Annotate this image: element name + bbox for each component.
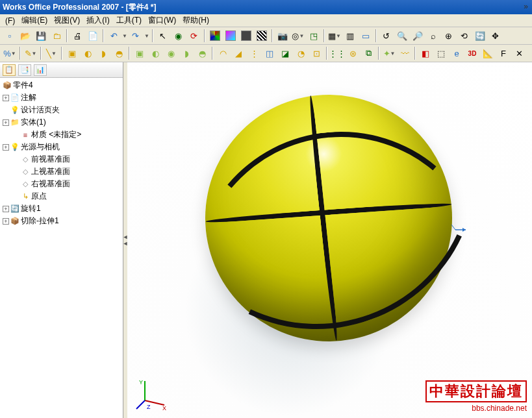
revolve-button[interactable]: ◐ xyxy=(81,46,95,60)
color-button[interactable] xyxy=(223,29,238,43)
orbit-button[interactable]: ↺ xyxy=(379,29,394,43)
lens-button[interactable]: ◎▼ xyxy=(291,29,305,43)
texture-button[interactable] xyxy=(255,29,269,43)
loft-button[interactable]: ◓ xyxy=(112,46,126,60)
chamfer-button[interactable]: ◢ xyxy=(231,46,246,60)
expand-icon[interactable]: + xyxy=(3,218,9,225)
pan-button[interactable]: ⊕ xyxy=(442,29,456,43)
zoom-in-button[interactable]: 🔍 xyxy=(395,29,409,43)
tree-node[interactable]: ◇前视基准面 xyxy=(1,153,121,166)
new-button[interactable]: ▫ xyxy=(3,29,17,43)
rebuild-button[interactable]: ⟳ xyxy=(187,29,201,43)
mirror-button[interactable]: ⧉ xyxy=(361,46,375,60)
undo-button[interactable]: ↶ xyxy=(107,29,121,43)
tree-root[interactable]: 📦 零件4 xyxy=(1,79,121,92)
cascade-button[interactable]: ▭ xyxy=(359,29,373,43)
tool-x-button[interactable]: ✕ xyxy=(512,46,526,60)
menu-help[interactable]: 帮助(H) xyxy=(180,14,212,27)
refresh-button[interactable]: 🔄 xyxy=(473,29,487,43)
open-button[interactable]: 📂 xyxy=(18,29,32,43)
curves-button[interactable]: 〰 xyxy=(398,46,412,60)
expand-icon[interactable]: + xyxy=(3,206,9,212)
print-button[interactable]: 🖨 xyxy=(70,29,84,43)
draft-button[interactable]: ◪ xyxy=(278,46,292,60)
rotate-button[interactable]: ⟲ xyxy=(457,29,472,43)
wrap-button[interactable]: ⊡ xyxy=(309,46,323,60)
preview-button[interactable]: 📄 xyxy=(86,29,100,43)
node-label: 材质 <未指定> xyxy=(31,129,81,140)
watermark-main: 中華設計論壇 xyxy=(425,380,527,402)
dimension-button[interactable]: %▼ xyxy=(3,46,17,60)
tile-button[interactable]: ▥ xyxy=(343,29,357,43)
cut-loft-button[interactable]: ◓ xyxy=(195,46,209,60)
node-label: 右视基准面 xyxy=(31,178,70,190)
feature-tree[interactable]: 📦 零件4 +📄注解💡设计活页夹+📁实体(1)≡材质 <未指定>+💡光源与相机◇… xyxy=(0,78,123,418)
tree-node[interactable]: ≡材质 <未指定> xyxy=(1,129,121,141)
zoom-fit-button[interactable]: 🔎 xyxy=(411,29,425,43)
expand-icon[interactable]: + xyxy=(3,95,9,101)
tree-node[interactable]: +📄注解 xyxy=(1,92,121,104)
tab-config[interactable]: 📊 xyxy=(34,64,47,76)
camera-button[interactable]: 📷 xyxy=(275,29,290,43)
select-button[interactable]: ↖ xyxy=(156,29,170,43)
tree-node[interactable]: +🔄旋转1 xyxy=(1,203,121,215)
e-button[interactable]: e xyxy=(450,46,464,60)
model-basketball[interactable] xyxy=(205,95,452,341)
tree-node[interactable]: +💡光源与相机 xyxy=(1,141,121,153)
menu-view[interactable]: 视图(V) xyxy=(51,14,82,27)
fillet-button[interactable]: ◠ xyxy=(216,46,230,60)
zoom-area-button[interactable]: ⌕ xyxy=(426,29,440,43)
scene-button[interactable]: ◳ xyxy=(307,29,321,43)
tree-node[interactable]: ◇右视基准面 xyxy=(1,178,121,190)
measure-button[interactable]: 📐 xyxy=(481,46,495,60)
redo-button[interactable]: ↷ xyxy=(129,29,143,43)
layout-button[interactable]: ▦▼ xyxy=(327,29,342,43)
menu-file[interactable]: (F) xyxy=(3,15,18,27)
save-button[interactable]: 💾 xyxy=(34,29,48,43)
tab-property[interactable]: 📑 xyxy=(18,64,31,76)
menu-edit[interactable]: 编辑(E) xyxy=(19,14,50,27)
shell-button[interactable]: ◫ xyxy=(262,46,277,60)
tree-node[interactable]: ◇上视基准面 xyxy=(1,166,121,178)
menu-insert[interactable]: 插入(I) xyxy=(84,14,112,27)
extrude-button[interactable]: ▣ xyxy=(65,46,79,60)
redo-dropdown-icon[interactable]: ▼ xyxy=(144,33,149,39)
pattern-linear-button[interactable]: ⋮⋮ xyxy=(330,46,344,60)
line-button[interactable]: ╲▼ xyxy=(44,46,58,60)
dome-button[interactable]: ◔ xyxy=(294,46,308,60)
eval-button[interactable]: ⬚ xyxy=(434,46,448,60)
cut-sweep-button[interactable]: ◗ xyxy=(179,46,194,60)
pattern-circular-button[interactable]: ⊛ xyxy=(346,46,360,60)
menu-window[interactable]: 窗口(W) xyxy=(146,14,179,27)
refgeom-button[interactable]: ✦▼ xyxy=(382,46,396,60)
expand-spacer xyxy=(13,169,19,175)
tab-feature-tree[interactable]: 📋 xyxy=(3,64,16,76)
move-button[interactable]: ✥ xyxy=(488,29,503,43)
menu-tools[interactable]: 工具(T) xyxy=(114,14,144,27)
undo-dropdown-icon[interactable]: ▼ xyxy=(122,33,127,39)
filter-button[interactable]: ◉ xyxy=(171,29,186,43)
render-button[interactable]: ◧ xyxy=(418,46,433,60)
saveall-button[interactable]: 🗀 xyxy=(49,29,64,43)
3d-button[interactable]: 3D xyxy=(465,46,479,60)
tree-node[interactable]: +📦切除-拉伸1 xyxy=(1,215,121,227)
separator-icon xyxy=(212,47,213,60)
sweep-button[interactable]: ◗ xyxy=(96,46,110,60)
triad-mini-icon xyxy=(448,218,467,238)
rib-button[interactable]: ⋮ xyxy=(247,46,261,60)
3d-viewport[interactable]: X Y Z 中華設計論壇 bbs.chinade.net xyxy=(127,62,532,418)
expand-icon[interactable]: + xyxy=(3,119,9,126)
node-label: 切除-拉伸1 xyxy=(21,215,59,227)
hole-button[interactable]: ◉ xyxy=(164,46,178,60)
tree-node[interactable]: ↳原点 xyxy=(1,190,121,203)
cut-revolve-button[interactable]: ◐ xyxy=(148,46,162,60)
tree-node[interactable]: 💡设计活页夹 xyxy=(1,104,121,116)
material-button[interactable] xyxy=(239,29,253,43)
expand-icon[interactable]: + xyxy=(3,144,9,151)
tree-node[interactable]: +📁实体(1) xyxy=(1,116,121,129)
tool-f-button[interactable]: F xyxy=(496,46,511,60)
watermark: 中華設計論壇 bbs.chinade.net xyxy=(425,380,527,413)
sketch-button[interactable]: ✎▼ xyxy=(23,46,38,60)
grid4-button[interactable] xyxy=(208,29,222,43)
cut-extrude-button[interactable]: ▣ xyxy=(133,46,147,60)
